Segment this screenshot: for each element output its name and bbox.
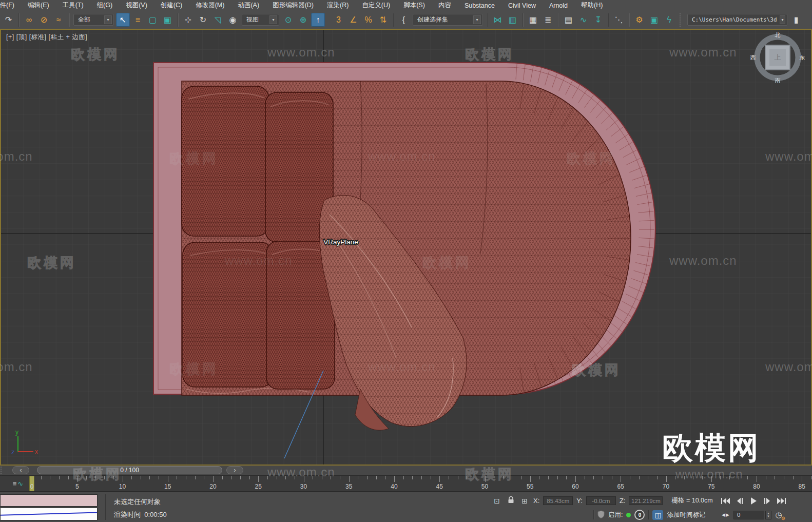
mirror-icon[interactable]: ⋈ xyxy=(491,13,505,27)
toggle-layer-explorer-icon[interactable]: ≣ xyxy=(541,13,555,27)
select-and-scale-icon[interactable]: ◹ xyxy=(211,13,225,27)
selection-filter-dropdown[interactable]: 全部▾ xyxy=(73,14,114,26)
menu-item-8[interactable]: 图形编辑器(D) xyxy=(266,0,320,11)
viewport-canvas[interactable]: VRayPlane y x z 北 南 西 东 xyxy=(1,30,811,465)
schematic-view-icon[interactable]: ⋱ xyxy=(612,13,626,27)
track-bar[interactable]: ≡∿ 0510152025303540455055606570758085 xyxy=(0,475,812,492)
frame-tick xyxy=(322,476,322,479)
toolbar-drag-handle[interactable] xyxy=(680,13,683,27)
current-frame-field[interactable]: 0 xyxy=(733,511,764,519)
selection-lock-icon[interactable] xyxy=(506,496,516,505)
notification-badge[interactable]: 0 xyxy=(634,510,645,520)
select-object-icon[interactable]: ↖ xyxy=(116,13,130,27)
project-folder-field[interactable]: C:\Users\Han\Documents\3ds Max 2022▾ xyxy=(687,14,787,26)
select-and-manipulate-icon[interactable]: ⊕ xyxy=(296,13,310,27)
frame-tick xyxy=(739,476,739,479)
menu-item-3[interactable]: 组(G) xyxy=(90,0,120,11)
bind-to-space-warp-icon[interactable]: ≈ xyxy=(52,13,66,27)
x-coord-field[interactable]: 85.43cm xyxy=(543,496,573,505)
curve-editor-icon[interactable]: ∿ xyxy=(576,13,590,27)
menu-item-0[interactable]: 文件(F) xyxy=(0,0,21,11)
frame-tick xyxy=(585,476,585,479)
menu-item-7[interactable]: 动画(A) xyxy=(231,0,266,11)
edit-named-selection-sets-icon[interactable]: { xyxy=(397,13,411,27)
viewport-label[interactable]: [+] [顶] [标准] [粘土 + 边面] xyxy=(6,33,87,42)
menu-item-2[interactable]: 工具(T) xyxy=(56,0,90,11)
redo-icon[interactable]: ↷ xyxy=(2,13,15,27)
next-frame-arrow[interactable]: › xyxy=(226,466,243,474)
rectangular-selection-region-icon[interactable]: ▢ xyxy=(146,13,160,27)
viewport[interactable]: [+] [顶] [标准] [粘土 + 边面] xyxy=(0,29,812,466)
use-pivot-point-icon[interactable]: ⊙ xyxy=(281,13,295,27)
viewcube-top[interactable]: 上 xyxy=(775,53,781,61)
maxscript-mini-listener[interactable] xyxy=(0,494,98,521)
select-and-move-icon[interactable]: ⊹ xyxy=(181,13,195,27)
open-mini-curve-editor-button[interactable]: ≡∿ xyxy=(9,478,27,489)
menu-item-16[interactable]: 帮助(H) xyxy=(574,0,609,11)
menu-item-14[interactable]: Civil View xyxy=(501,1,543,10)
select-by-name-icon[interactable]: ≡ xyxy=(131,13,145,27)
reference-coordinate-dropdown[interactable]: 视图▾ xyxy=(242,14,279,26)
window-crossing-icon[interactable]: ▣ xyxy=(161,13,175,27)
named-selection-set-dropdown[interactable]: 创建选择集▾ xyxy=(413,14,483,26)
frame-spinner[interactable]: ▲▼ xyxy=(765,511,771,519)
listener-line[interactable] xyxy=(0,508,98,520)
percent-snap-icon[interactable]: % xyxy=(361,13,375,27)
chevron-down-icon[interactable]: ▾ xyxy=(780,15,785,24)
isolate-selection-icon[interactable]: ⊡ xyxy=(492,497,502,505)
enable-label: 启用: xyxy=(608,511,623,519)
viewcube-east[interactable]: 东 xyxy=(800,54,805,61)
next-frame-button[interactable] xyxy=(761,496,774,506)
menu-item-10[interactable]: 自定义(U) xyxy=(355,0,397,11)
time-slider-handle[interactable]: 0 / 100 xyxy=(37,466,222,474)
add-time-tag-label[interactable]: 添加时间标记 xyxy=(667,511,705,519)
rendered-frame-window-icon[interactable]: ▣ xyxy=(647,13,661,27)
angle-snap-icon[interactable]: ∠ xyxy=(346,13,360,27)
macro-recorder-line[interactable] xyxy=(0,494,98,507)
play-button[interactable] xyxy=(747,496,760,506)
time-tag-cube-icon[interactable]: ◫ xyxy=(652,510,663,520)
unlink-selection-icon[interactable]: ⊘ xyxy=(37,13,51,27)
workspace-partial-icon[interactable]: ▮ xyxy=(789,13,803,27)
keyboard-shortcut-override-icon[interactable]: ↑ xyxy=(311,13,325,27)
menu-item-5[interactable]: 创建(C) xyxy=(154,0,189,11)
previous-frame-arrow[interactable]: ‹ xyxy=(12,466,29,474)
viewcube-west[interactable]: 西 xyxy=(750,54,756,61)
viewcube-north[interactable]: 北 xyxy=(775,32,781,38)
spinner-snap-icon[interactable]: ⇅ xyxy=(376,13,390,27)
toggle-ribbon-icon[interactable]: ▤ xyxy=(562,13,575,27)
select-and-link-icon[interactable]: ∞ xyxy=(22,13,36,27)
time-configuration-button[interactable]: ◷⚙ xyxy=(772,510,785,520)
time-slider[interactable]: ‹ 0 / 100 › xyxy=(0,466,812,475)
menu-item-13[interactable]: Substance xyxy=(458,1,501,10)
chevron-down-icon[interactable]: ▾ xyxy=(104,15,112,24)
chevron-down-icon[interactable]: ▾ xyxy=(473,15,481,24)
select-and-rotate-icon[interactable]: ↻ xyxy=(196,13,210,27)
render-production-icon[interactable]: ϟ xyxy=(662,13,676,27)
chevron-down-icon[interactable]: ▾ xyxy=(269,15,277,24)
pivot-center-flyout-icon[interactable]: ◉ xyxy=(226,13,240,27)
snaps-toggle-icon[interactable]: 3 xyxy=(332,13,345,27)
menu-item-9[interactable]: 渲染(R) xyxy=(320,0,355,11)
absolute-mode-icon[interactable]: ⊞ xyxy=(519,497,530,505)
z-coord-field[interactable]: 121.219cm xyxy=(629,496,663,505)
go-to-start-button[interactable] xyxy=(719,496,732,506)
previous-frame-button[interactable] xyxy=(733,496,746,506)
go-to-end-button[interactable] xyxy=(775,496,787,506)
menu-item-11[interactable]: 脚本(S) xyxy=(397,0,432,11)
scene-safety-shield-icon[interactable] xyxy=(597,510,605,520)
render-setup-icon[interactable]: ⚙ xyxy=(632,13,646,27)
menu-item-1[interactable]: 编辑(E) xyxy=(21,0,56,11)
menu-item-4[interactable]: 视图(V) xyxy=(119,0,154,11)
key-mode-toggle[interactable]: ◀▶ xyxy=(719,512,732,517)
svg-text:z: z xyxy=(11,449,14,456)
viewcube-south[interactable]: 南 xyxy=(775,78,781,84)
align-icon[interactable]: ▥ xyxy=(506,13,519,27)
dope-sheet-icon[interactable]: ↧ xyxy=(591,13,605,27)
menu-item-6[interactable]: 修改器(M) xyxy=(189,0,231,11)
menu-item-15[interactable]: Arnold xyxy=(543,1,574,10)
toggle-scene-explorer-icon[interactable]: ▦ xyxy=(526,13,540,27)
menu-item-12[interactable]: 内容 xyxy=(432,0,458,11)
frame-tick-label: 45 xyxy=(436,483,443,490)
y-coord-field[interactable]: -0.0cm xyxy=(586,496,616,505)
